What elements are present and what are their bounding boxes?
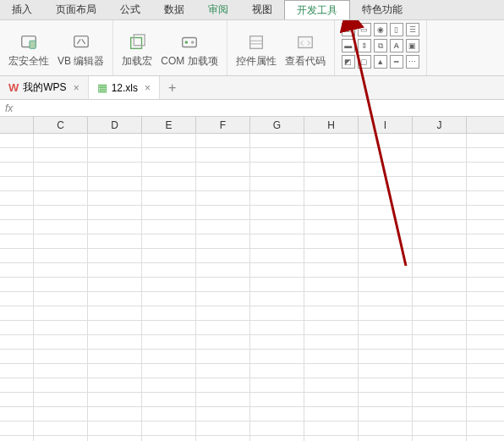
cell[interactable] — [142, 148, 196, 162]
cell[interactable] — [413, 191, 467, 205]
control-button-icon[interactable]: ▬ — [342, 39, 355, 52]
cell[interactable] — [34, 436, 88, 441]
cell[interactable] — [0, 306, 34, 320]
cell[interactable] — [413, 364, 467, 378]
control-more-icon[interactable]: ⋯ — [406, 55, 419, 69]
cell[interactable] — [359, 191, 413, 205]
cell[interactable] — [142, 134, 196, 147]
control-spinner-icon[interactable]: ⇕ — [358, 39, 371, 52]
cell[interactable] — [34, 422, 88, 435]
cell[interactable] — [359, 234, 413, 248]
cell[interactable] — [359, 292, 413, 306]
cell[interactable] — [304, 364, 359, 378]
close-icon[interactable]: × — [74, 82, 79, 94]
cell[interactable] — [0, 292, 34, 306]
cell[interactable] — [196, 148, 250, 162]
column-header[interactable]: H — [304, 117, 359, 133]
cell[interactable] — [304, 263, 359, 277]
cell[interactable] — [142, 422, 196, 435]
cell[interactable] — [413, 378, 467, 392]
cell[interactable] — [0, 393, 34, 406]
vb-editor-button[interactable]: VB 编辑器 — [58, 32, 104, 69]
formula-bar[interactable]: fx — [0, 100, 504, 117]
cell[interactable] — [88, 306, 142, 320]
cell[interactable] — [250, 177, 304, 190]
cell[interactable] — [413, 350, 467, 363]
cell[interactable] — [88, 378, 142, 392]
column-header[interactable]: C — [34, 117, 88, 133]
cell[interactable] — [142, 378, 196, 392]
cell[interactable] — [0, 163, 34, 176]
cell[interactable] — [359, 278, 413, 291]
cell[interactable] — [413, 234, 467, 248]
cell[interactable] — [359, 407, 413, 421]
cell[interactable] — [0, 206, 34, 219]
cell[interactable] — [359, 422, 413, 435]
cell[interactable] — [196, 422, 250, 435]
cell[interactable] — [34, 364, 88, 378]
cell[interactable] — [34, 148, 88, 162]
cell[interactable] — [196, 191, 250, 205]
cell[interactable] — [304, 292, 359, 306]
cell[interactable] — [0, 278, 34, 291]
cell[interactable] — [196, 177, 250, 190]
cell[interactable] — [359, 364, 413, 378]
cell[interactable] — [250, 234, 304, 248]
cell[interactable] — [196, 278, 250, 291]
cell[interactable] — [88, 148, 142, 162]
cell[interactable] — [304, 220, 359, 234]
close-icon[interactable]: × — [145, 82, 151, 94]
cell[interactable] — [196, 364, 250, 378]
cell[interactable] — [88, 407, 142, 421]
cell[interactable] — [142, 436, 196, 441]
cell[interactable] — [142, 263, 196, 277]
cell[interactable] — [88, 436, 142, 441]
cell[interactable] — [413, 292, 467, 306]
control-toggle-icon[interactable]: ◩ — [342, 55, 355, 69]
cell[interactable] — [413, 422, 467, 435]
cell[interactable] — [142, 234, 196, 248]
column-header[interactable]: F — [196, 117, 250, 133]
cell[interactable] — [142, 249, 196, 262]
cell[interactable] — [359, 350, 413, 363]
cell[interactable] — [250, 321, 304, 334]
control-combo-icon[interactable]: ▯ — [390, 23, 403, 36]
cell[interactable] — [250, 163, 304, 176]
control-radio-icon[interactable]: ◉ — [374, 23, 387, 36]
cell[interactable] — [142, 335, 196, 349]
menu-view[interactable]: 视图 — [240, 0, 284, 19]
cell[interactable] — [34, 206, 88, 219]
cell[interactable] — [250, 278, 304, 291]
cell[interactable] — [250, 306, 304, 320]
cell[interactable] — [88, 177, 142, 190]
cell[interactable] — [88, 422, 142, 435]
cell[interactable] — [250, 436, 304, 441]
cell[interactable] — [304, 306, 359, 320]
cell[interactable] — [359, 263, 413, 277]
cell[interactable] — [0, 263, 34, 277]
cell[interactable] — [413, 220, 467, 234]
cell[interactable] — [142, 206, 196, 219]
cell[interactable] — [413, 148, 467, 162]
cell[interactable] — [359, 378, 413, 392]
cell[interactable] — [0, 321, 34, 334]
cell[interactable] — [0, 249, 34, 262]
cell[interactable] — [196, 321, 250, 334]
cell[interactable] — [304, 335, 359, 349]
column-header[interactable]: G — [250, 117, 304, 133]
cell[interactable] — [250, 148, 304, 162]
menu-developer[interactable]: 开发工具 — [284, 0, 350, 19]
cell[interactable] — [0, 134, 34, 147]
cell[interactable] — [359, 393, 413, 406]
cell[interactable] — [88, 206, 142, 219]
cell[interactable] — [196, 220, 250, 234]
cell[interactable] — [250, 263, 304, 277]
cell[interactable] — [88, 350, 142, 363]
column-header[interactable]: E — [142, 117, 196, 133]
cell[interactable] — [413, 163, 467, 176]
menu-formula[interactable]: 公式 — [108, 0, 152, 19]
cell[interactable] — [34, 177, 88, 190]
cell[interactable] — [34, 234, 88, 248]
cell[interactable] — [250, 378, 304, 392]
cell[interactable] — [196, 407, 250, 421]
